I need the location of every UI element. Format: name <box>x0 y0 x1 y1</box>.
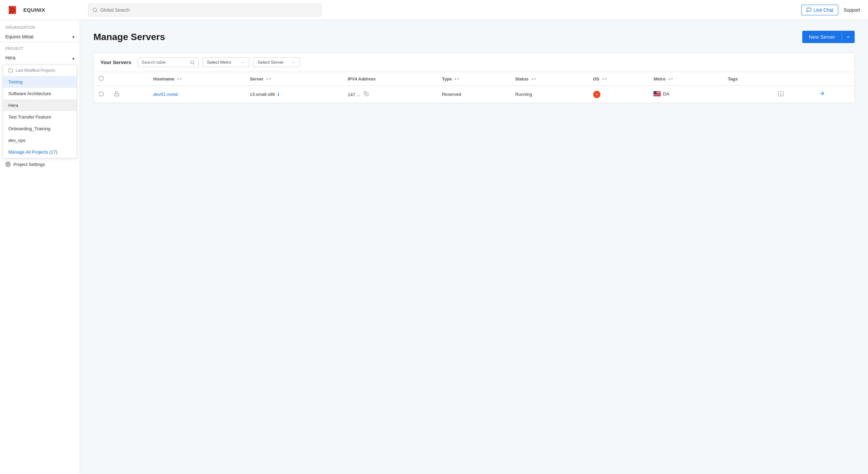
sidebar-item-hera[interactable]: Hera <box>3 99 77 111</box>
select-metro-label: Select Metro <box>207 60 231 65</box>
logo-area: EQUINIX <box>8 4 88 16</box>
org-dropdown-icon <box>72 34 74 39</box>
your-servers-label: Your Servers <box>100 59 131 65</box>
logo-text: EQUINIX <box>23 7 45 13</box>
onboarding-label: Onboarding_Training <box>8 126 50 131</box>
hostname-sort-icon: ▲▼ <box>177 78 182 81</box>
org-selector[interactable]: Equinix Metal <box>0 31 80 42</box>
project-selector[interactable]: Hera <box>0 52 80 63</box>
th-ipv4: IPV4 Address <box>342 72 436 86</box>
row-ipv4-cell: 147 ... <box>342 86 436 103</box>
th-os[interactable]: OS ▲▼ <box>588 72 649 86</box>
select-metro-dropdown[interactable]: Select Metro <box>203 57 249 67</box>
row-terminal-cell <box>773 86 813 103</box>
app-layout: Organization Equinix Metal Project Hera … <box>0 20 868 474</box>
project-dropdown-icon <box>72 55 74 60</box>
hera-label: Hera <box>8 103 18 108</box>
svg-rect-11 <box>365 93 368 96</box>
testing-label: Testing <box>8 80 23 85</box>
svg-point-7 <box>7 164 9 165</box>
sidebar: Organization Equinix Metal Project Hera … <box>0 20 80 474</box>
row-server-cell: c3.small.x86 ℹ <box>245 86 342 103</box>
project-name: Hera <box>5 55 16 60</box>
metro-code: DA <box>663 91 669 96</box>
folder-icon <box>8 68 13 73</box>
chat-icon <box>806 7 812 13</box>
sidebar-item-dev-ops[interactable]: dev_ops <box>3 135 77 146</box>
equinix-logo-icon <box>8 4 20 16</box>
project-dropdown-menu: Last Modified Projects Testing Software … <box>3 64 77 158</box>
manage-all-projects-link[interactable]: Manage All Projects (17) <box>3 146 77 158</box>
live-chat-button[interactable]: Live Chat <box>801 5 838 16</box>
project-settings-item[interactable]: Project Settings <box>0 158 80 170</box>
svg-point-13 <box>596 93 597 95</box>
th-checkbox <box>94 72 109 86</box>
metro-sort-icon: ▲▼ <box>668 78 673 81</box>
th-tags: Tags <box>722 72 773 86</box>
main-content: Manage Servers New Server Your Servers <box>80 20 868 474</box>
svg-line-6 <box>96 11 97 12</box>
th-type[interactable]: Type ▲▼ <box>437 72 510 86</box>
page-title: Manage Servers <box>93 32 165 42</box>
table-row: dev01.metal c3.small.x86 ℹ 147 ... <box>94 86 854 103</box>
os-sort-icon: ▲▼ <box>602 78 607 81</box>
th-nav <box>814 72 854 86</box>
search-table-container[interactable] <box>138 57 198 67</box>
type-value: Reserved <box>442 92 461 97</box>
server-info-icon[interactable]: ℹ <box>278 92 279 97</box>
th-server[interactable]: Server ▲▼ <box>245 72 342 86</box>
sidebar-item-onboarding[interactable]: Onboarding_Training <box>3 123 77 135</box>
th-empty <box>109 72 148 86</box>
support-link[interactable]: Support <box>844 7 860 13</box>
copy-icon[interactable] <box>364 91 369 97</box>
row-arrow-cell <box>814 86 854 103</box>
search-icon <box>92 7 97 13</box>
terminal-icon[interactable] <box>778 92 784 98</box>
server-sort-icon: ▲▼ <box>266 78 271 81</box>
search-table-input[interactable] <box>142 60 188 65</box>
sidebar-item-test-transfer[interactable]: Test Transfer Feature <box>3 111 77 123</box>
hostname-link[interactable]: dev01.metal <box>153 92 178 97</box>
row-type-cell: Reserved <box>437 86 510 103</box>
sidebar-item-software-architecture[interactable]: Software Architecture <box>3 88 77 99</box>
search-table-icon <box>190 60 195 65</box>
select-server-dropdown[interactable]: Select Server <box>253 57 300 67</box>
software-arch-label: Software Architecture <box>8 91 51 96</box>
sidebar-item-testing[interactable]: Testing <box>3 76 77 88</box>
os-icon <box>593 91 600 98</box>
servers-table-section: Your Servers Select Metro Select Server <box>93 52 855 103</box>
project-label: Project <box>0 47 80 51</box>
row-hostname-cell: dev01.metal <box>148 86 245 103</box>
manage-all-label: Manage All Projects (17) <box>8 150 57 154</box>
status-value: Running <box>516 92 532 97</box>
navigate-arrow-icon[interactable] <box>819 91 825 98</box>
org-name: Equinix Metal <box>5 34 33 39</box>
last-modified-label: Last Modified Projects <box>16 68 55 73</box>
type-sort-icon: ▲▼ <box>454 78 460 81</box>
gear-icon <box>5 161 11 167</box>
th-hostname[interactable]: Hostname ▲▼ <box>148 72 245 86</box>
svg-rect-10 <box>115 93 119 96</box>
select-all-checkbox[interactable] <box>99 76 103 81</box>
global-search-bar[interactable] <box>88 4 321 17</box>
page-header: Manage Servers New Server <box>93 31 855 43</box>
servers-table: Hostname ▲▼ Server ▲▼ IPV4 Address Type <box>94 72 854 103</box>
us-flag-icon <box>653 91 661 96</box>
server-value: c3.small.x86 <box>250 92 275 97</box>
new-server-button[interactable]: New Server <box>802 31 855 43</box>
header-actions: Live Chat Support <box>801 5 860 16</box>
table-toolbar: Your Servers Select Metro Select Server <box>94 53 854 72</box>
row-checkbox[interactable] <box>99 92 103 96</box>
new-server-label: New Server <box>802 31 842 43</box>
metro-chevron-icon <box>241 60 245 64</box>
status-sort-icon: ▲▼ <box>531 78 536 81</box>
th-metro[interactable]: Metro ▲▼ <box>648 72 722 86</box>
row-checkbox-cell <box>94 86 109 103</box>
th-actions <box>773 72 813 86</box>
search-input[interactable] <box>100 7 317 13</box>
live-chat-label: Live Chat <box>814 7 833 13</box>
dev-ops-label: dev_ops <box>8 138 25 143</box>
th-status[interactable]: Status ▲▼ <box>510 72 588 86</box>
project-settings-label: Project Settings <box>13 162 45 167</box>
test-transfer-label: Test Transfer Feature <box>8 115 51 119</box>
